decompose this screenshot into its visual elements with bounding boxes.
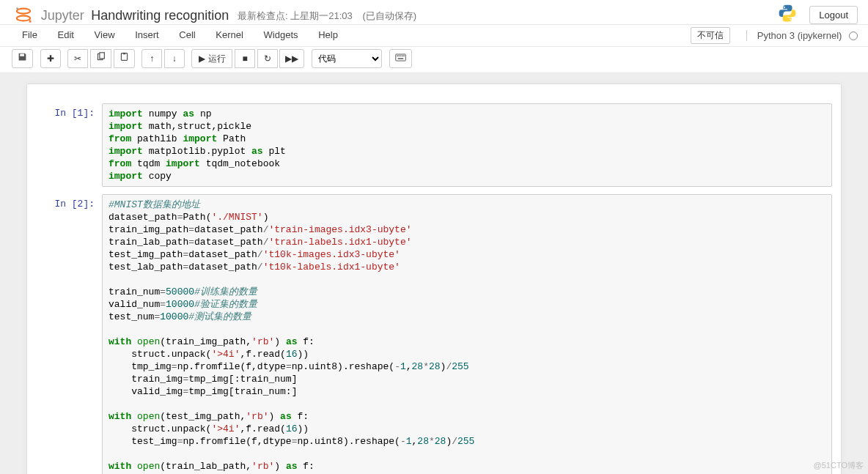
- arrow-up-icon: ↑: [150, 53, 154, 64]
- add-cell-button[interactable]: ✚: [40, 49, 61, 68]
- interrupt-button[interactable]: ■: [235, 49, 255, 68]
- svg-rect-12: [398, 56, 400, 57]
- svg-rect-13: [400, 56, 401, 57]
- autosave-status: (已自动保存): [362, 10, 416, 23]
- menu-edit[interactable]: Edit: [49, 25, 83, 45]
- toolbar: ✚ ✂ ↑ ↓ ▶运行 ■ ↻ ▶▶ 代码: [0, 47, 868, 73]
- svg-point-4: [784, 7, 785, 8]
- menu-insert[interactable]: Insert: [126, 25, 168, 45]
- menu-view[interactable]: View: [86, 25, 124, 45]
- svg-point-2: [16, 7, 18, 10]
- svg-point-5: [790, 18, 791, 20]
- kernel-idle-icon: [849, 32, 858, 40]
- keyboard-icon: [395, 53, 406, 64]
- svg-rect-16: [397, 58, 403, 59]
- code-content: #MNIST数据集的地址 dataset_path=Path('./MNIST'…: [108, 199, 825, 474]
- header-bar: Jupyter Handwriting recognition 最新检查点: 上…: [0, 0, 868, 25]
- restart-run-all-button[interactable]: ▶▶: [279, 49, 304, 68]
- paste-button[interactable]: [114, 49, 135, 68]
- brand-text: Jupyter: [41, 8, 84, 23]
- move-down-button[interactable]: ↓: [164, 49, 185, 68]
- menu-widgets[interactable]: Widgets: [255, 25, 307, 45]
- notebook-container: In [1]: import numpy as np import math,s…: [26, 84, 842, 474]
- input-prompt: In [2]:: [36, 194, 102, 474]
- svg-rect-9: [122, 53, 125, 54]
- menu-cell[interactable]: Cell: [170, 25, 204, 45]
- menu-bar: File Edit View Insert Cell Kernel Widget…: [0, 25, 868, 47]
- logout-button[interactable]: Logout: [809, 6, 858, 24]
- fast-forward-icon: ▶▶: [285, 53, 298, 64]
- jupyter-logo[interactable]: [13, 4, 34, 27]
- run-label: 运行: [208, 53, 226, 64]
- code-content: import numpy as np import math,struct,pi…: [108, 108, 825, 182]
- notebook-name[interactable]: Handwriting recognition: [87, 8, 233, 23]
- paste-icon: [119, 53, 129, 64]
- svg-point-1: [17, 15, 30, 21]
- menu-kernel[interactable]: Kernel: [207, 25, 252, 45]
- plus-icon: ✚: [47, 53, 54, 64]
- svg-rect-15: [403, 56, 405, 57]
- copy-button[interactable]: [90, 49, 111, 68]
- svg-rect-7: [100, 53, 105, 59]
- code-input-area[interactable]: import numpy as np import math,struct,pi…: [102, 103, 832, 187]
- run-button[interactable]: ▶运行: [191, 49, 232, 68]
- notebook-scroll-area[interactable]: In [1]: import numpy as np import math,s…: [0, 73, 868, 474]
- move-up-button[interactable]: ↑: [141, 49, 162, 68]
- menu-help[interactable]: Help: [309, 25, 347, 45]
- cut-button[interactable]: ✂: [67, 49, 88, 68]
- code-cell[interactable]: In [1]: import numpy as np import math,s…: [36, 103, 832, 187]
- checkpoint-status: 最新检查点: 上星期一21:03: [238, 10, 353, 23]
- play-icon: ▶: [199, 53, 205, 64]
- copy-icon: [96, 53, 106, 64]
- svg-rect-14: [402, 56, 403, 57]
- scissors-icon: ✂: [74, 53, 81, 64]
- code-cell[interactable]: In [2]: #MNIST数据集的地址 dataset_path=Path('…: [36, 194, 832, 474]
- restart-icon: ↻: [264, 53, 271, 64]
- save-button[interactable]: [12, 49, 33, 68]
- code-input-area[interactable]: #MNIST数据集的地址 dataset_path=Path('./MNIST'…: [102, 194, 832, 474]
- svg-rect-11: [397, 56, 398, 57]
- save-icon: [18, 53, 27, 64]
- menu-file[interactable]: File: [13, 25, 46, 45]
- svg-point-3: [29, 21, 32, 23]
- celltype-select[interactable]: 代码: [312, 49, 382, 68]
- python-kernel-icon: [778, 4, 797, 26]
- arrow-down-icon: ↓: [172, 53, 177, 64]
- svg-point-0: [17, 9, 30, 14]
- restart-button[interactable]: ↻: [257, 49, 278, 68]
- svg-rect-10: [395, 54, 405, 61]
- kernel-name[interactable]: Python 3 (ipykernel): [746, 30, 842, 41]
- input-prompt: In [1]:: [36, 103, 102, 187]
- command-palette-button[interactable]: [389, 49, 412, 68]
- trust-indicator[interactable]: 不可信: [691, 27, 730, 44]
- stop-icon: ■: [242, 53, 247, 64]
